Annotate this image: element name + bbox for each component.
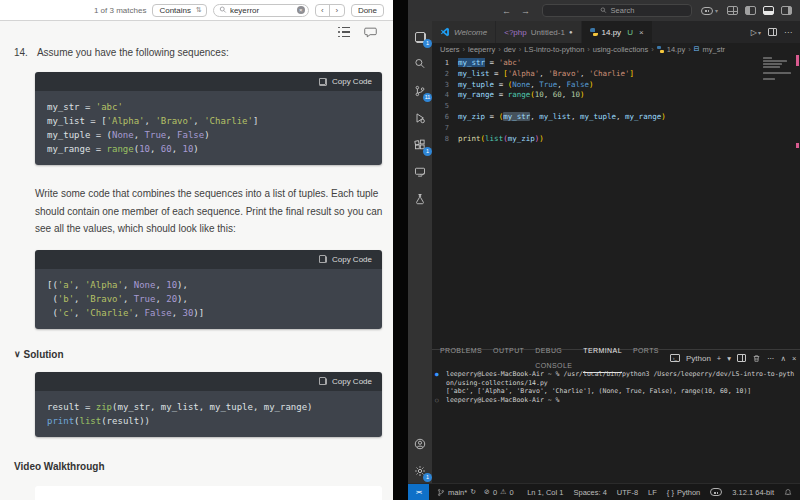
editor-line: 6my_zip = (my_str, my_list, my_tuple, my… (432, 112, 800, 123)
code-line: result = zip(my_str, my_list, my_tuple, … (47, 400, 370, 414)
vscode-logo-icon (440, 27, 450, 37)
close-tab-icon[interactable]: × (639, 28, 644, 37)
copilot-button[interactable]: ▾ (701, 7, 718, 15)
editor-line: 5 (432, 101, 800, 112)
breadcrumb-item[interactable]: using-collections (593, 45, 648, 54)
find-next-button[interactable]: › (330, 5, 344, 16)
code-block-header: Copy Code (35, 250, 382, 269)
tab-14py[interactable]: 14.py U × (582, 21, 653, 43)
breadcrumb-item[interactable]: my_str (703, 45, 726, 54)
terminal-line: ○leeperry@Lees-MacBook-Air ~ % (432, 396, 800, 405)
explorer-icon[interactable]: 1 (412, 29, 428, 45)
cursor-position[interactable]: Ln 1, Col 1 (527, 488, 563, 497)
clear-search-icon[interactable]: × (297, 6, 305, 14)
settings-gear-icon[interactable]: 1 (412, 463, 428, 479)
video-player[interactable] (35, 486, 382, 500)
shell-label[interactable]: Python (686, 354, 711, 363)
find-search-field[interactable]: × (213, 4, 309, 17)
toc-icon[interactable] (338, 27, 350, 37)
toggle-secondary-sidebar-icon[interactable] (781, 6, 792, 15)
line-number: 3 (432, 80, 458, 91)
paragraph: Write some code that combines the sequen… (35, 185, 385, 238)
question-text: Assume you have the following sequences: (37, 47, 229, 58)
chevron-down-icon: ∨ (14, 349, 21, 359)
editor-line: 8print(list(my_zip)) (432, 134, 800, 145)
contains-select[interactable]: Contains ⇅ (152, 4, 206, 17)
git-branch-status[interactable]: main* ↻ (437, 488, 476, 497)
breadcrumb-separator: › (651, 45, 654, 54)
php-icon: <?php (504, 28, 526, 37)
copy-icon (319, 78, 327, 86)
split-terminal-icon[interactable] (737, 354, 746, 362)
chevron-down-icon: ▾ (758, 29, 761, 36)
eol-status[interactable]: LF (648, 488, 657, 497)
copilot-icon (701, 7, 713, 15)
code-line: my_list = ['Alpha', 'Bravo', 'Charlie'] (47, 114, 370, 128)
copy-code-button[interactable]: Copy Code (332, 255, 372, 264)
editor-actions: ▷▾ ⋯ (751, 21, 800, 43)
remote-explorer-icon[interactable] (412, 164, 428, 180)
code-line: my_str = 'abc' (47, 100, 370, 114)
comments-icon[interactable] (364, 27, 377, 38)
code-block-body: result = zip(my_str, my_list, my_tuple, … (35, 391, 382, 437)
terminal-line: ['abc', ['Alpha', 'Bravo', 'Charlie'], (… (432, 387, 800, 396)
toggle-sidebar-icon[interactable] (745, 6, 756, 15)
window-divider (393, 0, 408, 500)
forward-button[interactable]: → (521, 6, 530, 16)
extensions-badge: 1 (423, 147, 432, 156)
run-button[interactable]: ▷▾ (751, 28, 761, 37)
copilot-status-icon[interactable] (710, 488, 722, 496)
find-prev-button[interactable]: ‹ (316, 5, 330, 16)
indentation-status[interactable]: Spaces: 4 (573, 488, 606, 497)
extensions-icon[interactable]: 1 (412, 137, 428, 153)
breadcrumb-item[interactable]: Users (440, 45, 460, 54)
minimap[interactable] (763, 57, 793, 80)
trash-icon[interactable] (752, 354, 761, 363)
encoding-status[interactable]: UTF-8 (617, 488, 638, 497)
language-status[interactable]: { } Python (667, 488, 700, 497)
more-actions-icon[interactable]: ⋯ (784, 28, 792, 37)
account-icon[interactable] (412, 436, 428, 452)
search-icon[interactable] (412, 56, 428, 72)
warning-icon: ⚠ (500, 488, 506, 496)
tab-untitled-php[interactable]: <?php Untitled-1 ● (496, 21, 581, 43)
python-version-status[interactable]: 3.12.1 64-bit (732, 488, 774, 497)
sync-icon: ↻ (470, 488, 476, 496)
remote-indicator[interactable]: >< (408, 484, 429, 500)
toggle-panel-icon[interactable] (763, 6, 774, 15)
title-bar: ← → Search ▾ (408, 0, 800, 21)
done-button[interactable]: Done (351, 4, 384, 17)
source-control-icon[interactable]: 11 (412, 83, 428, 99)
terminal[interactable]: ●leeperry@Lees-MacBook-Air ~ % /usr/loca… (432, 366, 800, 483)
notifications-bell-icon[interactable] (784, 488, 792, 497)
split-editor-icon[interactable] (768, 28, 777, 36)
maximize-panel-icon[interactable]: ∧ (780, 354, 786, 363)
tab-bar: Welcome <?php Untitled-1 ● 14.py U × (432, 21, 800, 43)
editor[interactable]: 1my_str = 'abc'2my_list = ['Alpha', 'Bra… (432, 55, 800, 349)
run-debug-icon[interactable] (412, 110, 428, 126)
back-button[interactable]: ← (502, 6, 511, 16)
python-file-icon (657, 46, 664, 53)
breadcrumb-item[interactable]: dev (504, 45, 516, 54)
tab-welcome[interactable]: Welcome (432, 21, 496, 43)
command-center-search[interactable]: Search (542, 4, 692, 17)
source-control-badge: 11 (423, 93, 432, 102)
testing-icon[interactable] (412, 191, 428, 207)
new-terminal-icon[interactable]: + (717, 354, 721, 363)
breadcrumb-item[interactable]: leeperry (468, 45, 495, 54)
chevron-down-icon[interactable]: ▾ (727, 354, 731, 363)
screen: 1 of 3 matches Contains ⇅ × ‹ › Done (0, 0, 800, 500)
find-input[interactable] (230, 6, 294, 15)
solution-toggle[interactable]: ∨ Solution (14, 349, 393, 360)
close-panel-icon[interactable]: × (792, 354, 796, 363)
breadcrumb-item[interactable]: 14.py (667, 45, 685, 54)
status-bar: >< main* ↻ ⊘ 0 ⚠ 0 Ln 1, Col 1 Spaces: 4… (408, 483, 800, 500)
problems-status[interactable]: ⊘ 0 ⚠ 0 (484, 488, 514, 497)
more-actions-icon[interactable]: ⋯ (767, 354, 775, 363)
breadcrumb-item[interactable]: LS-intro-to-python (524, 45, 584, 54)
customize-layout-icon[interactable] (727, 6, 738, 15)
copy-icon (319, 377, 327, 385)
copy-code-button[interactable]: Copy Code (332, 377, 372, 386)
copy-code-button[interactable]: Copy Code (332, 77, 372, 86)
panel: PROBLEMSOUTPUTDEBUG CONSOLETERMINALPORTS… (432, 349, 800, 483)
